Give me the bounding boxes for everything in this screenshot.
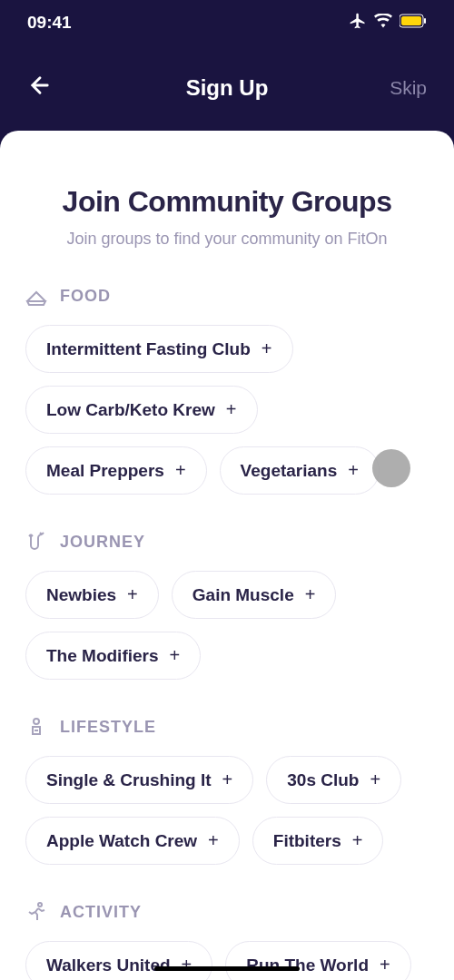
chip-newbies[interactable]: Newbies+ xyxy=(25,571,159,619)
chip-meal-preppers[interactable]: Meal Preppers+ xyxy=(25,446,207,495)
chip-gain-muscle[interactable]: Gain Muscle+ xyxy=(172,571,337,619)
chip-fitbiters[interactable]: Fitbiters+ xyxy=(252,817,384,865)
plus-icon: + xyxy=(226,399,237,420)
header: Sign Up Skip xyxy=(0,45,454,131)
plus-icon: + xyxy=(182,955,192,975)
status-icons xyxy=(349,12,427,34)
chip-modifiers[interactable]: The Modifiers+ xyxy=(25,632,201,680)
airplane-icon xyxy=(349,12,367,34)
journey-icon xyxy=(25,531,47,553)
plus-icon: + xyxy=(348,460,359,481)
chip-label: The Modifiers xyxy=(46,646,159,666)
status-bar: 09:41 xyxy=(0,0,454,45)
svg-point-3 xyxy=(34,719,39,724)
section-title: LIFESTYLE xyxy=(60,718,156,737)
home-indicator[interactable] xyxy=(154,966,300,971)
section-header: FOOD xyxy=(25,285,429,307)
plus-icon: + xyxy=(222,769,233,790)
chip-30s-club[interactable]: 30s Club+ xyxy=(266,756,401,804)
plus-icon: + xyxy=(370,769,380,790)
lifestyle-icon xyxy=(25,716,47,738)
header-title: Sign Up xyxy=(73,75,381,101)
section-header: JOURNEY xyxy=(25,531,429,553)
skip-button[interactable]: Skip xyxy=(381,77,427,99)
chip-label: Newbies xyxy=(46,585,116,605)
chip-label: Gain Muscle xyxy=(192,585,294,605)
section-lifestyle: LIFESTYLE Single & Crushing It+ 30s Club… xyxy=(25,716,429,865)
plus-icon: + xyxy=(175,460,186,481)
plus-icon: + xyxy=(305,584,316,605)
battery-icon xyxy=(400,14,427,32)
plus-icon: + xyxy=(352,830,363,851)
page-subtitle: Join groups to find your community on Fi… xyxy=(25,230,429,249)
svg-rect-1 xyxy=(401,16,421,25)
chip-apple-watch[interactable]: Apple Watch Crew+ xyxy=(25,817,240,865)
plus-icon: + xyxy=(380,955,390,975)
back-button[interactable] xyxy=(27,73,73,104)
chip-intermittent-fasting[interactable]: Intermittent Fasting Club+ xyxy=(25,325,293,373)
section-journey: JOURNEY Newbies+ Gain Muscle+ The Modifi… xyxy=(25,531,429,680)
section-header: ACTIVITY xyxy=(25,901,429,923)
svg-rect-2 xyxy=(424,18,426,24)
section-title: ACTIVITY xyxy=(60,903,142,922)
plus-icon: + xyxy=(170,645,181,666)
section-header: LIFESTYLE xyxy=(25,716,429,738)
activity-icon xyxy=(25,901,47,923)
plus-icon: + xyxy=(127,584,138,605)
chip-walkers-united[interactable]: Walkers United+ xyxy=(25,941,212,980)
touch-indicator xyxy=(372,449,410,487)
chip-label: Fitbiters xyxy=(273,831,341,851)
svg-point-4 xyxy=(38,903,42,906)
chip-label: Vegetarians xyxy=(241,461,338,481)
chip-label: Single & Crushing It xyxy=(46,770,212,790)
chip-single-crushing[interactable]: Single & Crushing It+ xyxy=(25,756,253,804)
food-icon xyxy=(25,285,47,307)
chips-row: Newbies+ Gain Muscle+ The Modifiers+ xyxy=(25,571,429,680)
plus-icon: + xyxy=(262,338,272,359)
chips-row: Walkers United+ Run The World+ Yoga Love… xyxy=(25,941,429,980)
content-panel: Join Community Groups Join groups to fin… xyxy=(0,131,454,980)
chip-vegetarians[interactable]: Vegetarians+ xyxy=(220,446,380,495)
chip-label: Walkers United xyxy=(46,956,171,975)
chip-low-carb-keto[interactable]: Low Carb/Keto Krew+ xyxy=(25,386,258,434)
section-title: JOURNEY xyxy=(60,533,145,552)
chip-run-world[interactable]: Run The World+ xyxy=(225,941,410,980)
chips-row: Intermittent Fasting Club+ Low Carb/Keto… xyxy=(25,325,429,495)
section-title: FOOD xyxy=(60,287,111,306)
chips-row: Single & Crushing It+ 30s Club+ Apple Wa… xyxy=(25,756,429,865)
chip-label: Run The World xyxy=(246,956,369,975)
chip-label: Apple Watch Crew xyxy=(46,831,197,851)
chip-label: 30s Club xyxy=(287,770,359,790)
chip-label: Intermittent Fasting Club xyxy=(46,339,251,359)
wifi-icon xyxy=(374,14,392,32)
page-title: Join Community Groups xyxy=(25,185,429,219)
section-food: FOOD Intermittent Fasting Club+ Low Carb… xyxy=(25,285,429,495)
chip-label: Meal Preppers xyxy=(46,461,164,481)
plus-icon: + xyxy=(208,830,219,851)
status-time: 09:41 xyxy=(27,13,72,33)
chip-label: Low Carb/Keto Krew xyxy=(46,400,215,420)
